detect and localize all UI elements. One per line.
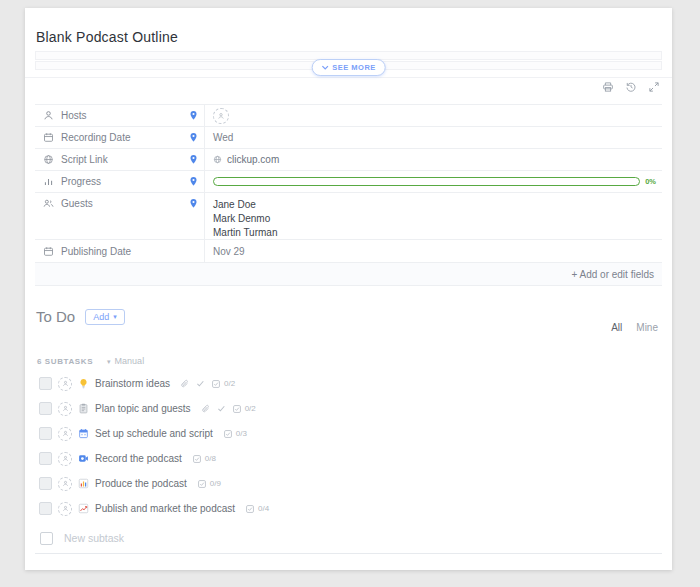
sort-label: Manual <box>115 356 145 366</box>
checklist-icon <box>245 504 255 514</box>
sort-triangle-icon: ▾ <box>107 358 111 365</box>
assignee-avatar[interactable] <box>58 477 72 491</box>
task-card: Blank Podcast Outline SEE MORE Hosts <box>25 8 672 570</box>
field-value-guests[interactable]: Jane Doe Mark Denmo Martin Turman <box>205 193 662 239</box>
sort-dropdown[interactable]: ▾ Manual <box>107 356 144 366</box>
attachment-icon <box>180 379 190 389</box>
checklist-icon <box>223 429 233 439</box>
subtask-checkbox[interactable] <box>39 477 52 490</box>
checklist-icon <box>192 454 202 464</box>
header-divider <box>25 77 672 78</box>
globe-icon <box>43 154 54 165</box>
subtask-checkbox[interactable] <box>39 502 52 515</box>
user-icon <box>43 110 54 121</box>
video-camera-emoji-icon <box>78 453 89 464</box>
checklist-count: 0/8 <box>205 454 216 463</box>
clipboard-emoji-icon <box>78 403 89 414</box>
see-more-button[interactable]: SEE MORE <box>311 59 386 76</box>
guest-name: Mark Denmo <box>213 212 270 226</box>
bar-chart-icon <box>43 176 54 187</box>
pin-icon[interactable] <box>189 154 198 165</box>
subtask-row[interactable]: Record the podcast 0/8 <box>37 446 660 471</box>
assignee-avatar[interactable] <box>213 108 229 124</box>
pin-icon[interactable] <box>189 110 198 121</box>
subtask-name[interactable]: Publish and market the podcast <box>95 503 235 514</box>
expand-icon[interactable] <box>648 81 660 93</box>
users-icon <box>43 198 54 209</box>
field-label-cell: Script Link <box>35 149 205 170</box>
assignee-avatar[interactable] <box>58 502 72 516</box>
field-value-recording-date[interactable]: Wed <box>205 127 662 148</box>
checklist-badge: 0/2 <box>211 379 235 389</box>
new-subtask-input[interactable] <box>62 531 662 545</box>
checklist-badge: 0/9 <box>197 479 221 489</box>
checklist-badge: 0/3 <box>223 429 247 439</box>
subtask-row[interactable]: Produce the podcast 0/9 <box>37 471 660 496</box>
field-label: Hosts <box>61 110 87 121</box>
toolbar <box>602 81 660 93</box>
field-value-script-link[interactable]: clickup.com <box>205 149 662 170</box>
checklist-count: 0/3 <box>236 429 247 438</box>
calendar-icon <box>43 132 54 143</box>
field-value-hosts[interactable] <box>205 105 662 126</box>
subtask-indicators: 0/2 <box>180 379 235 389</box>
history-icon[interactable] <box>625 81 637 93</box>
field-label: Recording Date <box>61 132 130 143</box>
field-row-hosts: Hosts <box>35 104 662 126</box>
subtask-checkbox[interactable] <box>39 452 52 465</box>
pin-icon[interactable] <box>189 132 198 143</box>
field-value-progress: 0% <box>205 171 662 192</box>
field-label: Progress <box>61 176 101 187</box>
field-row-progress: Progress 0% <box>35 170 662 192</box>
assignee-avatar[interactable] <box>58 427 72 441</box>
checklist-count: 0/2 <box>224 379 235 388</box>
field-value-publishing-date[interactable]: Nov 29 <box>205 240 662 262</box>
field-label-cell: Recording Date <box>35 127 205 148</box>
field-label-cell: Hosts <box>35 105 205 126</box>
add-subtask-button[interactable]: Add ▾ <box>85 309 125 325</box>
subtask-name[interactable]: Plan topic and guests <box>95 403 191 414</box>
guest-name: Martin Turman <box>213 226 277 240</box>
print-icon[interactable] <box>602 81 614 93</box>
new-subtask-row <box>35 523 662 554</box>
pin-icon[interactable] <box>189 198 198 209</box>
check-icon <box>196 379 205 388</box>
subtask-name[interactable]: Brainstorm ideas <box>95 378 170 389</box>
field-label-cell: Guests <box>35 193 205 239</box>
checklist-icon <box>232 404 242 414</box>
chevron-down-icon <box>321 65 328 70</box>
field-row-guests: Guests Jane Doe Mark Denmo Martin Turman <box>35 192 662 239</box>
see-more-label: SEE MORE <box>332 63 376 72</box>
subtask-row[interactable]: Plan topic and guests 0/2 <box>37 396 660 421</box>
subtask-row[interactable]: Brainstorm ideas 0/2 <box>37 371 660 396</box>
link-globe-icon <box>213 155 222 164</box>
subtask-indicators: 0/3 <box>223 429 247 439</box>
add-or-edit-fields-link[interactable]: + Add or edit fields <box>571 269 654 280</box>
subtask-checkbox[interactable] <box>39 377 52 390</box>
subtask-checkbox[interactable] <box>39 402 52 415</box>
checklist-badge: 0/2 <box>232 404 256 414</box>
subtask-name[interactable]: Set up schedule and script <box>95 428 213 439</box>
field-label-cell: Progress <box>35 171 205 192</box>
pin-icon[interactable] <box>189 176 198 187</box>
field-row-script-link: Script Link clickup.com <box>35 148 662 170</box>
field-label: Script Link <box>61 154 108 165</box>
field-label: Guests <box>61 198 93 209</box>
filter-all[interactable]: All <box>611 322 622 333</box>
field-row-recording-date: Recording Date Wed <box>35 126 662 148</box>
subtask-row[interactable]: Publish and market the podcast 0/4 <box>37 496 660 521</box>
attachment-icon <box>201 404 211 414</box>
calendar-emoji-icon <box>78 428 89 439</box>
subtask-name[interactable]: Produce the podcast <box>95 478 187 489</box>
calendar-icon <box>43 246 54 257</box>
todo-section-title: To Do <box>36 308 75 325</box>
assignee-avatar[interactable] <box>58 377 72 391</box>
filter-mine[interactable]: Mine <box>636 322 658 333</box>
script-link-url[interactable]: clickup.com <box>227 154 279 165</box>
custom-fields-table: Hosts Recording Date <box>35 104 662 286</box>
assignee-avatar[interactable] <box>58 402 72 416</box>
subtask-name[interactable]: Record the podcast <box>95 453 182 464</box>
subtask-checkbox[interactable] <box>39 427 52 440</box>
assignee-avatar[interactable] <box>58 452 72 466</box>
subtask-row[interactable]: Set up schedule and script 0/3 <box>37 421 660 446</box>
